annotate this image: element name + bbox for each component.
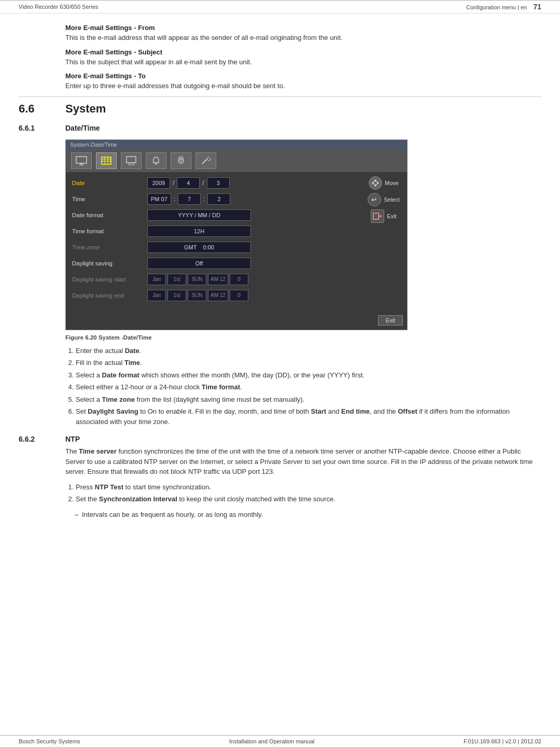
ds-start-time[interactable]: AM 12 [208,274,228,285]
date-day[interactable]: 3 [207,177,230,189]
section-divider [19,96,541,97]
svg-marker-18 [374,185,377,187]
time-hour[interactable]: PM 07 [147,193,171,205]
timezone-fields: GMT 0:00 [147,242,251,253]
figure-caption-text: Figure 6.20 System -Date/Time [65,334,152,341]
select-icon: ↵ [368,193,381,206]
screenshot-title: System-Date/Time [66,140,407,149]
ds-start-week[interactable]: 1st [167,274,186,285]
svg-rect-0 [76,157,87,163]
nav-icon-5[interactable] [171,152,191,169]
email-from-body: This is the e-mail address that will app… [65,33,541,43]
time-format-fields: 12H [147,225,251,237]
ds-end-day[interactable]: SUN [188,290,206,301]
form-row-daylight-start: Daylight saving start Jan 1st SUN AM 12 … [72,273,354,286]
date-format-label: Date format [72,212,147,218]
ntp-body: The Time server function synchronizes th… [65,446,541,477]
email-subject-block: More E-mail Settings - Subject This is t… [65,48,541,67]
exit-button-row: Exit [66,323,407,330]
svg-marker-23 [380,215,382,218]
daylight-end-label: Daylight saving end [72,292,147,299]
date-label: Date [72,180,147,186]
time-sep-2: : [202,195,206,203]
svg-rect-4 [102,157,111,164]
page-footer: Bosch Security Systems Installation and … [0,735,560,747]
svg-rect-9 [127,157,136,163]
subsection-661-row: 6.6.1 Date/Time [19,124,541,132]
ntp-instruction-2: Set the Synchronization Interval to keep… [76,494,541,504]
date-fields: 2009 / 4 / 3 [147,177,230,189]
screenshot-nav [66,149,407,172]
email-from-block: More E-mail Settings - From This is the … [65,24,541,43]
ds-start-offset[interactable]: 0 [230,274,248,285]
instruction-3: Select a Date format which shows either … [76,370,541,380]
svg-line-16 [202,159,207,164]
ntp-instructions: Press NTP Test to start time synchroniza… [65,482,541,504]
svg-point-12 [156,163,157,164]
move-icon [369,176,382,190]
date-sep-1: / [172,179,175,187]
instruction-6: Set Daylight Saving to On to enable it. … [76,406,541,427]
email-to-body: Enter up to three e-mail addresses that … [65,81,541,91]
figure-caption: Figure 6.20 System -Date/Time [65,334,541,341]
ds-start-day[interactable]: SUN [188,274,206,285]
footer-left: Bosch Security Systems [19,738,80,744]
instruction-4: Select either a 12-hour or a 24-hour clo… [76,382,541,392]
time-sec[interactable]: 2 [207,193,230,205]
page-header: Video Recorder 630/650 Series Configurat… [0,0,560,13]
date-month[interactable]: 4 [177,177,200,189]
nav-icon-1[interactable] [71,152,92,169]
form-row-time-format: Time format 12H [72,224,354,238]
move-control[interactable]: Move [369,176,399,190]
time-format-label: Time format [72,228,147,234]
ds-end-time[interactable]: AM 12 [208,290,228,301]
time-format-value[interactable]: 12H [147,225,251,237]
nav-icon-4[interactable] [146,152,166,169]
ntp-sub-bullet: Intervals can be as frequent as hourly, … [75,510,541,520]
subsection-661-title: Date/Time [65,124,100,132]
subsection-662-num: 6.6.2 [19,435,65,443]
instructions-661: Enter the actual Date. Fill in the actua… [65,346,541,427]
exit-icon [371,209,384,223]
timezone-value[interactable]: GMT 0:00 [147,242,251,253]
timezone-label: Time zone [72,244,147,250]
header-right: Configuration menu | en 71 [466,3,541,11]
daylight-end-fields: Jan 1st SUN AM 12 0 [147,290,248,301]
svg-marker-17 [374,179,377,181]
time-min[interactable]: 7 [178,193,201,205]
svg-marker-19 [372,181,374,185]
ds-end-month[interactable]: Jan [147,290,166,301]
exit-button[interactable]: Exit [378,315,403,326]
exit-control[interactable]: Exit [371,209,396,223]
exit-label: Exit [387,213,396,219]
move-label: Move [385,180,399,186]
ntp-body-block: The Time server function synchronizes th… [65,446,541,477]
form-row-time: Time PM 07 : 7 : 2 [72,192,354,206]
ds-end-offset[interactable]: 0 [230,290,248,301]
nav-icon-6[interactable] [195,152,216,169]
instruction-2: Fill in the actual Time. [76,358,541,368]
ds-end-week[interactable]: 1st [167,290,186,301]
time-sep-1: : [173,195,176,203]
page-number: 71 [533,3,541,11]
subsection-662-row: 6.6.2 NTP [19,435,541,443]
nav-icon-2[interactable] [96,152,117,169]
ntp-instruction-1: Press NTP Test to start time synchroniza… [76,482,541,492]
screenshot-box: System-Date/Time [65,139,408,330]
date-year[interactable]: 2009 [147,177,170,189]
nav-icon-3[interactable] [121,152,142,169]
svg-point-14 [180,160,182,162]
date-format-fields: YYYY / MM / DD [147,209,251,221]
header-left: Video Recorder 630/650 Series [19,4,98,10]
time-fields: PM 07 : 7 : 2 [147,193,230,205]
time-label: Time [72,196,147,202]
date-format-value[interactable]: YYYY / MM / DD [147,209,251,221]
ds-start-month[interactable]: Jan [147,274,166,285]
select-control[interactable]: ↵ Select [368,193,400,206]
email-to-block: More E-mail Settings - To Enter up to th… [65,72,541,91]
footer-center: Installation and Operation manual [229,738,315,744]
section-num: 6.6 [19,102,65,116]
daylight-value[interactable]: Off [147,258,251,269]
subsection-662-title: NTP [65,435,80,443]
svg-rect-21 [373,213,379,219]
